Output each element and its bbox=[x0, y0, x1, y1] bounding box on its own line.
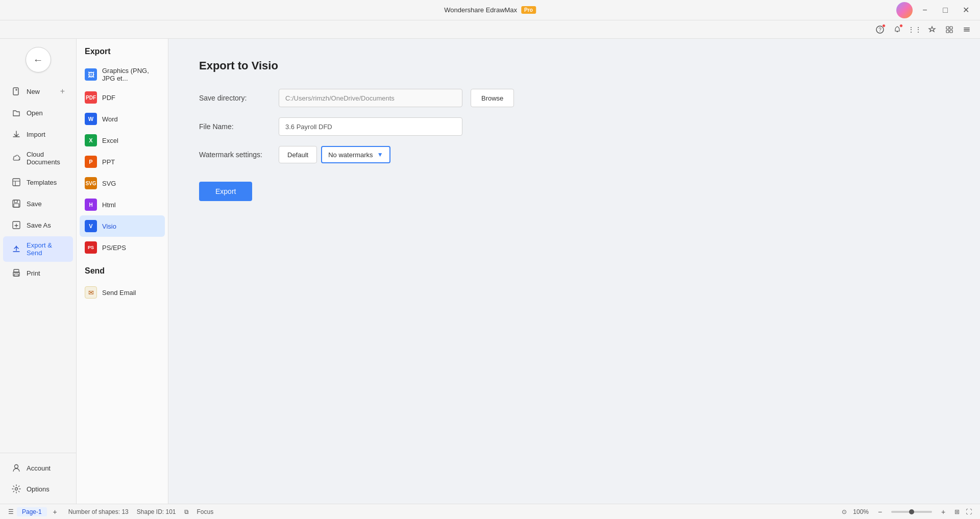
shapes-count: Number of shapes: 13 bbox=[68, 508, 129, 515]
export-html[interactable]: H Html bbox=[77, 194, 168, 215]
svg-rect-10 bbox=[13, 88, 18, 95]
watermark-dropdown[interactable]: No watermarks ▼ bbox=[321, 146, 390, 163]
close-button[interactable]: ✕ bbox=[958, 2, 974, 18]
nav-item-options[interactable]: Options bbox=[3, 479, 73, 499]
nav-item-open[interactable]: Open bbox=[3, 103, 73, 123]
layers-icon[interactable]: ⧉ bbox=[184, 508, 189, 515]
export-excel[interactable]: X Excel bbox=[77, 130, 168, 151]
cloud-label: Cloud Documents bbox=[27, 151, 65, 166]
svg-rect-9 bbox=[964, 31, 970, 32]
zoom-thumb bbox=[909, 509, 914, 514]
page-list-icon[interactable]: ☰ bbox=[8, 508, 14, 515]
export-visio[interactable]: V Visio bbox=[80, 215, 165, 237]
export-svg[interactable]: SVG SVG bbox=[77, 172, 168, 194]
status-bar: ☰ Page-1 + Number of shapes: 13 Shape ID… bbox=[0, 504, 980, 519]
nav-item-print[interactable]: Print bbox=[3, 263, 73, 283]
svg-rect-13 bbox=[14, 200, 17, 203]
visio-label: Visio bbox=[102, 223, 116, 230]
pdf-label: PDF bbox=[102, 94, 115, 102]
watermark-selected: No watermarks bbox=[328, 151, 373, 159]
help-icon[interactable]: ? bbox=[873, 22, 887, 37]
export-icon bbox=[11, 244, 21, 254]
excel-label: Excel bbox=[102, 137, 118, 144]
svg-point-19 bbox=[15, 465, 18, 468]
svg-rect-8 bbox=[964, 29, 970, 30]
directory-input[interactable] bbox=[279, 89, 462, 107]
nav-item-account[interactable]: Account bbox=[3, 458, 73, 478]
nav-item-save[interactable]: Save bbox=[3, 193, 73, 214]
svg-rect-6 bbox=[950, 30, 952, 33]
nav-item-templates[interactable]: Templates bbox=[3, 172, 73, 192]
open-icon bbox=[11, 108, 21, 118]
fullscreen-icon[interactable] bbox=[942, 22, 957, 37]
pdf-icon: PDF bbox=[85, 91, 97, 104]
user-avatar[interactable] bbox=[896, 2, 913, 18]
export-ppt[interactable]: P PPT bbox=[77, 151, 168, 172]
main-layout: ← New + Open Import Cloud Documents bbox=[0, 39, 980, 504]
svg-text:?: ? bbox=[878, 27, 881, 33]
svg-rect-2 bbox=[897, 31, 898, 32]
account-label: Account bbox=[27, 464, 51, 472]
saveas-icon bbox=[11, 220, 21, 230]
focus-label[interactable]: Focus bbox=[197, 508, 214, 515]
options-icon bbox=[11, 484, 21, 494]
browse-button[interactable]: Browse bbox=[471, 89, 514, 107]
templates-label: Templates bbox=[27, 179, 57, 186]
zoom-slider[interactable] bbox=[891, 511, 932, 513]
print-icon bbox=[11, 268, 21, 278]
maximize-button[interactable]: □ bbox=[937, 2, 953, 18]
save-label: Save bbox=[27, 200, 42, 208]
save-directory-group: Save directory: Browse bbox=[199, 89, 949, 107]
watermark-group: Watermark settings: Default No watermark… bbox=[199, 146, 949, 163]
export-section-title: Export bbox=[77, 47, 168, 62]
shape-id: Shape ID: 101 bbox=[137, 508, 176, 515]
nav-item-new[interactable]: New + bbox=[3, 81, 73, 102]
middle-sidebar: Export 🖼 Graphics (PNG, JPG et... PDF PD… bbox=[77, 39, 168, 504]
svg-rect-11 bbox=[13, 179, 20, 186]
send-section-title: Send bbox=[77, 266, 168, 282]
svg-icon: SVG bbox=[85, 177, 97, 189]
import-label: Import bbox=[27, 131, 45, 138]
export-button[interactable]: Export bbox=[199, 182, 252, 201]
cloud-icon bbox=[11, 153, 21, 163]
page-tab-1[interactable]: Page-1 bbox=[17, 507, 47, 516]
export-pdf[interactable]: PDF PDF bbox=[77, 87, 168, 108]
filename-input[interactable] bbox=[279, 117, 462, 136]
zoom-in-button[interactable]: + bbox=[938, 507, 948, 517]
nav-item-import[interactable]: Import bbox=[3, 124, 73, 144]
open-label: Open bbox=[27, 109, 43, 117]
main-content: Export to Visio Save directory: Browse F… bbox=[168, 39, 980, 504]
fullscreen-view-icon[interactable]: ⛶ bbox=[966, 508, 972, 515]
apps-icon[interactable]: ⋮⋮ bbox=[908, 22, 922, 37]
zoom-out-button[interactable]: − bbox=[875, 507, 885, 517]
ppt-label: PPT bbox=[102, 158, 115, 166]
sidebar-toggle-icon[interactable] bbox=[960, 22, 974, 37]
back-button[interactable]: ← bbox=[26, 47, 51, 72]
import-icon bbox=[11, 129, 21, 139]
nav-item-export[interactable]: Export & Send bbox=[3, 236, 73, 262]
add-page-button[interactable]: + bbox=[50, 507, 60, 517]
export-pseps[interactable]: PS PS/EPS bbox=[77, 237, 168, 258]
chevron-down-icon: ▼ bbox=[377, 151, 383, 158]
send-email[interactable]: ✉ Send Email bbox=[77, 282, 168, 303]
minimize-button[interactable]: − bbox=[917, 2, 933, 18]
send-section: Send ✉ Send Email bbox=[77, 266, 168, 303]
notification-icon[interactable] bbox=[890, 22, 904, 37]
saveas-label: Save As bbox=[27, 221, 51, 229]
ppt-icon: P bbox=[85, 156, 97, 168]
options-label: Options bbox=[27, 485, 50, 493]
new-icon bbox=[11, 86, 21, 96]
visio-icon: V bbox=[85, 220, 97, 232]
fit-page-icon[interactable]: ⊞ bbox=[954, 508, 960, 515]
export-word[interactable]: W Word bbox=[77, 108, 168, 130]
svg-rect-7 bbox=[964, 28, 970, 29]
page-tabs: ☰ Page-1 + bbox=[8, 507, 60, 517]
watermark-default-button[interactable]: Default bbox=[279, 146, 317, 163]
theme-icon[interactable] bbox=[925, 22, 939, 37]
title-bar: Wondershare EdrawMax Pro − □ ✕ bbox=[0, 0, 980, 20]
nav-item-cloud[interactable]: Cloud Documents bbox=[3, 145, 73, 171]
email-icon: ✉ bbox=[85, 286, 97, 299]
nav-item-saveas[interactable]: Save As bbox=[3, 215, 73, 235]
word-label: Word bbox=[102, 115, 118, 123]
export-png[interactable]: 🖼 Graphics (PNG, JPG et... bbox=[77, 62, 168, 87]
